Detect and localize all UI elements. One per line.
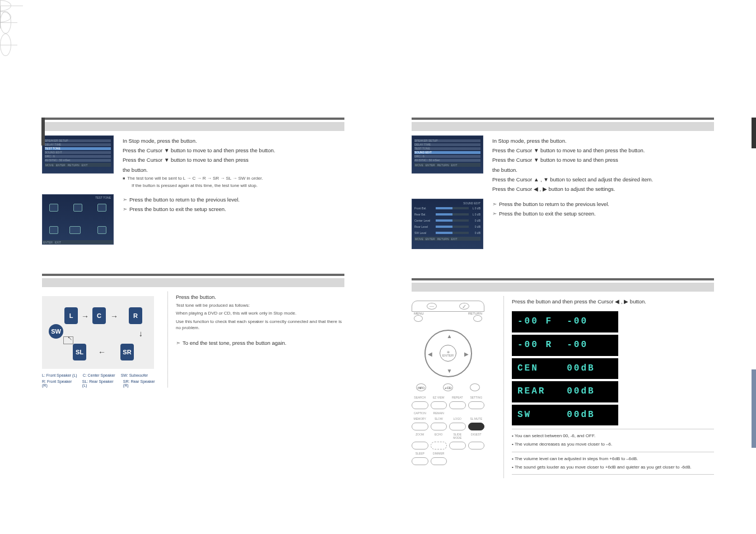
right-arrow-icon: ▶ <box>464 351 469 357</box>
lcd-row-sw: SW 00dB <box>512 405 618 426</box>
return-text: ➣Press the button to return to the previ… <box>123 194 344 245</box>
up-arrow-icon: ▲ <box>447 333 452 339</box>
speaker-legend: L: Front Speaker (L) C: Center Speaker S… <box>42 373 160 377</box>
slmute-button[interactable] <box>468 423 485 430</box>
left-page: SPEAKER SETUP DELAY TIME TEST TONE SOUND… <box>0 67 378 534</box>
test-tone-instructions: Press the button. Test tone will be prod… <box>167 292 344 387</box>
menu-screenshot-sound: SPEAKER SETUP DELAY TIME TEST TONE SOUND… <box>412 135 483 174</box>
menu-screenshot: SPEAKER SETUP DELAY TIME TEST TONE SOUND… <box>42 135 114 174</box>
left-arrow-icon: ◀ <box>428 351 432 357</box>
instruction-text-right: In Stop mode, press the button. Press th… <box>492 135 714 194</box>
enter-button[interactable]: ⊕ENTER <box>440 345 456 362</box>
nav-ring[interactable]: ▲ ▼ ◀ ▶ ⊕ENTER <box>424 330 472 377</box>
down-arrow-icon: ▼ <box>447 368 452 374</box>
right-page: SPEAKER SETUP DELAY TIME TEST TONE SOUND… <box>378 67 756 534</box>
sound-level-instructions: Press the button and then press the Curs… <box>503 296 714 478</box>
instruction-text: In Stop mode, press the button. Press th… <box>123 135 344 190</box>
test-tone-screenshot: TEST TONE ENTEREXIT <box>42 194 114 245</box>
return-text-right: ➣Press the button to return to the previ… <box>492 199 714 249</box>
speaker-layout-diagram: L C R SW SL SR → → → ← → <box>42 296 154 369</box>
lcd-row-center: CEN 00dB <box>512 358 618 380</box>
lcd-row-front: -00 F -00 <box>512 311 618 332</box>
sound-edit-screenshot: SOUND EDIT Front Bal.L 0 dB Rear Bal.L 0… <box>412 199 483 249</box>
lcd-row-rear: -00 R -00 <box>512 335 618 356</box>
lcd-row-rear-lvl: REAR 00dB <box>512 381 618 402</box>
remote-control-diagram: —✓ MENURETURN ▲ ▼ ◀ ▶ ⊕ENTER <box>412 301 484 457</box>
